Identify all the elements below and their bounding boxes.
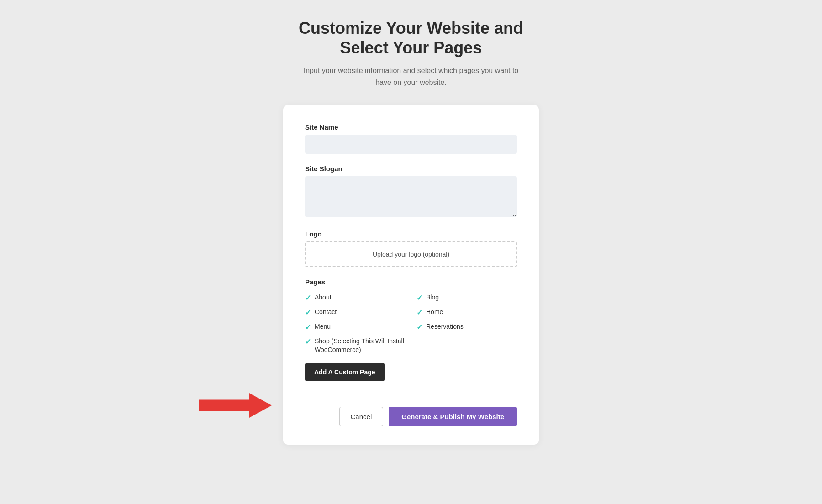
- page-label-shop: Shop (Selecting This Will Install WooCom…: [315, 337, 406, 355]
- page-checkbox-shop[interactable]: ✓ Shop (Selecting This Will Install WooC…: [305, 337, 406, 355]
- pages-section: Pages ✓ About ✓ Blog ✓ Contact: [305, 278, 517, 396]
- page-label-about: About: [315, 293, 332, 302]
- logo-field: Logo Upload your logo (optional): [305, 230, 517, 267]
- page-label-home: Home: [426, 308, 443, 317]
- checkmark-shop: ✓: [305, 337, 311, 346]
- cancel-button[interactable]: Cancel: [339, 407, 384, 426]
- site-name-label: Site Name: [305, 123, 517, 131]
- checkmark-blog: ✓: [416, 294, 422, 302]
- site-slogan-input[interactable]: [305, 176, 517, 217]
- checkmark-about: ✓: [305, 294, 311, 302]
- logo-label: Logo: [305, 230, 517, 238]
- page-wrapper: Customize Your Website and Select Your P…: [0, 18, 822, 445]
- form-card: Site Name Site Slogan Logo Upload your l…: [283, 105, 539, 445]
- page-checkbox-menu[interactable]: ✓ Menu: [305, 322, 406, 331]
- checkmark-contact: ✓: [305, 308, 311, 317]
- page-checkbox-about[interactable]: ✓ About: [305, 293, 406, 302]
- page-label-reservations: Reservations: [426, 322, 464, 331]
- page-label-contact: Contact: [315, 308, 337, 317]
- pages-label: Pages: [305, 278, 517, 286]
- site-slogan-field: Site Slogan: [305, 165, 517, 219]
- add-custom-page-button[interactable]: Add A Custom Page: [305, 363, 385, 381]
- page-title: Customize Your Website and Select Your P…: [299, 18, 523, 58]
- site-name-input[interactable]: [305, 135, 517, 154]
- logo-upload-text: Upload your logo (optional): [373, 251, 449, 258]
- checkmark-home: ✓: [416, 308, 422, 317]
- page-checkbox-reservations[interactable]: ✓ Reservations: [416, 322, 517, 331]
- page-checkbox-contact[interactable]: ✓ Contact: [305, 308, 406, 317]
- page-label-blog: Blog: [426, 293, 439, 302]
- svg-marker-0: [199, 393, 272, 418]
- page-checkbox-blog[interactable]: ✓ Blog: [416, 293, 517, 302]
- footer-buttons: Cancel Generate & Publish My Website: [305, 407, 517, 426]
- site-name-field: Site Name: [305, 123, 517, 154]
- pages-grid: ✓ About ✓ Blog ✓ Contact ✓: [305, 293, 517, 355]
- checkmark-menu: ✓: [305, 323, 311, 331]
- checkmark-reservations: ✓: [416, 323, 422, 331]
- page-label-menu: Menu: [315, 322, 331, 331]
- generate-publish-button[interactable]: Generate & Publish My Website: [389, 407, 517, 426]
- page-checkbox-home[interactable]: ✓ Home: [416, 308, 517, 317]
- site-slogan-label: Site Slogan: [305, 165, 517, 173]
- arrow-indicator: [199, 392, 272, 419]
- page-subtitle: Input your website information and selec…: [301, 65, 521, 88]
- logo-upload-area[interactable]: Upload your logo (optional): [305, 242, 517, 267]
